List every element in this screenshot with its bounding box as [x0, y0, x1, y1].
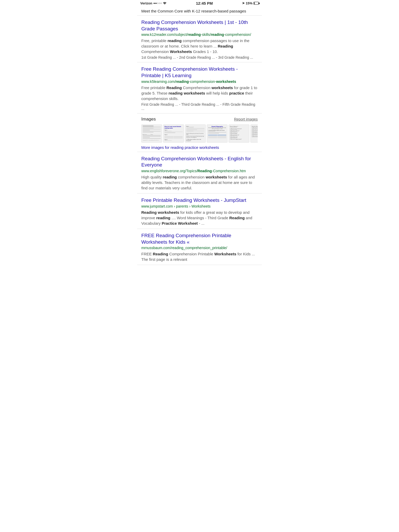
status-bar-time: 12:45 PM [196, 1, 213, 5]
result-5-url: mrnussbaum.com/reading_comprehension_pri… [141, 246, 258, 250]
top-snippet: Meet the Common Core with K-12 research-… [137, 6, 262, 16]
wifi-icon [163, 1, 167, 5]
result-4-url: www.jumpstart.com › parents › Worksheets [141, 204, 258, 208]
search-result-3: Reading Comprehension Worksheets - Engli… [137, 152, 262, 194]
result-2-snippet: Free printable Reading Comprehension wor… [141, 85, 258, 101]
signal-icon: ●●○○○ [153, 2, 162, 5]
location-icon: ➤ [242, 1, 245, 5]
result-1-snippet: Free, printable reading comprehension pa… [141, 38, 258, 54]
result-1-links: 1st Grade Reading ... - 2nd Grade Readin… [141, 55, 258, 59]
result-3-url: www.englishforeverone.org/Topics/Reading… [141, 169, 258, 173]
search-result-5: FREE Reading Comprehension Printable Wor… [137, 229, 262, 265]
result-2-title[interactable]: Free Reading Comprehension Worksheets - … [141, 66, 258, 79]
more-images-link[interactable]: More images for reading practice workshe… [141, 145, 258, 150]
images-grid: My Name _____ Story Copyright 2011 • www… [141, 124, 258, 143]
images-header: Images Report images [141, 117, 258, 122]
result-2-links: First Grade Reading ... - Third Grade Re… [141, 102, 258, 111]
result-3-snippet: High quality reading comprehension works… [141, 174, 258, 191]
battery-percent: 15% [246, 1, 252, 5]
result-1-url: www.k12reader.com/subject/reading-skills… [141, 32, 258, 37]
result-5-title[interactable]: FREE Reading Comprehension Printable Wor… [141, 232, 258, 245]
result-3-title[interactable]: Reading Comprehension Worksheets - Engli… [141, 156, 258, 168]
images-section: Images Report images My Name _____ Story… [137, 114, 262, 152]
top-snippet-text: Meet the Common Core with K-12 research-… [141, 9, 246, 13]
search-result-4: Free Printable Reading Worksheets - Jump… [137, 194, 262, 229]
image-thumb-6[interactable]: How the Grinch Stole Christmas Quiz 1. W… [250, 124, 258, 143]
status-bar-left: Verizon ●●○○○ [140, 1, 167, 5]
status-bar-right: ➤ 15% [242, 1, 259, 5]
status-bar: Verizon ●●○○○ 12:45 PM ➤ 15% [137, 0, 262, 6]
image-thumb-5[interactable]: Fluent • Answer 1 1. What is the story m… [229, 124, 249, 143]
images-label: Images [141, 117, 156, 122]
search-result-2: Free Reading Comprehension Worksheets - … [137, 62, 262, 113]
battery-icon [254, 2, 259, 5]
search-result-1: Reading Comprehension Worksheets | 1st -… [137, 16, 262, 62]
report-images-link[interactable]: Report images [234, 117, 258, 121]
result-1-title[interactable]: Reading Comprehension Worksheets | 1st -… [141, 19, 258, 32]
image-thumb-4[interactable]: Vowel Digraphs A vowel digraph is when t… [207, 124, 228, 143]
image-thumb-2[interactable]: Short /a/ and sound blends reading tasks… [163, 124, 184, 143]
result-4-title[interactable]: Free Printable Reading Worksheets - Jump… [141, 197, 258, 204]
image-thumb-3[interactable]: Name ________ Read the following story a… [185, 124, 206, 143]
result-2-url: www.k5learning.com/reading-comprehension… [141, 79, 258, 84]
result-4-snippet: Reading worksheets for kids offer a grea… [141, 210, 258, 226]
carrier-label: Verizon [140, 1, 152, 5]
result-5-snippet: FREE Reading Comprehension Printable Wor… [141, 251, 258, 262]
image-thumb-1[interactable]: My Name _____ Story Copyright 2011 • www… [141, 124, 162, 143]
